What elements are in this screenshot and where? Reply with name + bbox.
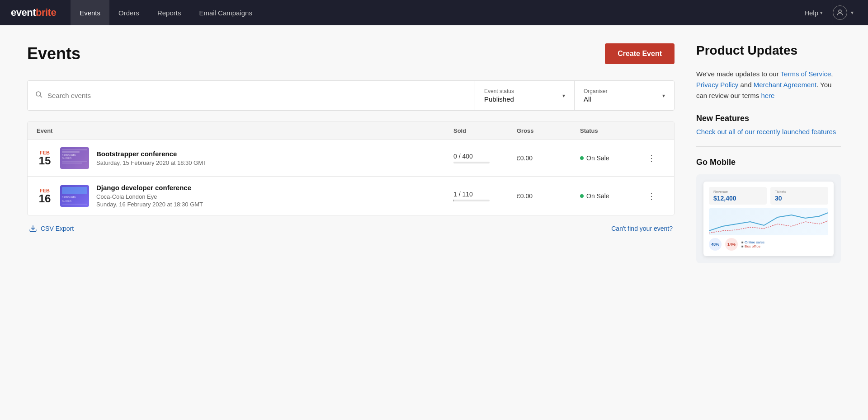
product-updates-title: Product Updates — [696, 43, 841, 58]
tos-link[interactable]: Terms of Service — [781, 70, 831, 78]
go-mobile-title: Go Mobile — [696, 158, 841, 167]
here-link[interactable]: here — [761, 92, 774, 99]
sold-count-1: 0 / 400 — [453, 153, 517, 160]
svg-line-2 — [40, 96, 42, 98]
event-datetime-1: Saturday, 15 February 2020 at 18:30 GMT — [96, 159, 453, 166]
row-menu-button-2[interactable]: ⋮ — [643, 189, 660, 203]
navbar: eventbrite Events Orders Reports Email C… — [0, 0, 868, 25]
row-menu-button-1[interactable]: ⋮ — [643, 151, 660, 165]
sold-cell-1: 0 / 400 — [453, 153, 517, 163]
status-cell-2: On Sale — [580, 192, 643, 200]
user-menu[interactable]: ▾ — [832, 0, 857, 25]
nav-right: Help ▾ ▾ — [795, 0, 857, 25]
help-menu[interactable]: Help ▾ — [795, 0, 832, 25]
sold-bar-wrap-2 — [453, 200, 517, 201]
sold-bar-bg-2 — [453, 200, 490, 201]
col-sold: Sold — [453, 127, 517, 134]
status-dot-1 — [580, 156, 584, 160]
search-icon — [35, 90, 43, 101]
event-thumbnail-1: clicks into SLIDES — [60, 147, 89, 169]
dashboard-preview: Revenue $12,400 Tickets 30 48% — [703, 182, 834, 256]
svg-point-0 — [839, 10, 841, 13]
event-status-filter[interactable]: Event status Published ▾ — [475, 81, 575, 110]
nav-email-campaigns[interactable]: Email Campaigns — [190, 0, 261, 25]
event-name-1: Bootstrapper conference — [96, 150, 453, 158]
left-panel: Events Create Event Event status Publish… — [27, 43, 675, 263]
gross-cell-1: £0.00 — [517, 154, 580, 162]
new-features-title: New Features — [696, 114, 841, 123]
product-updates-text: We've made updates to our Terms of Servi… — [696, 69, 841, 101]
event-cell-2: FEB 16 clicks into SLIDES Django develop… — [37, 184, 453, 208]
cant-find-link[interactable]: Can't find your event? — [611, 225, 673, 232]
row-menu-1: ⋮ — [643, 151, 665, 165]
table-row: FEB 15 clicks into SLIDES — [28, 140, 674, 177]
divider — [696, 146, 841, 147]
donut-2: 14% — [725, 238, 738, 251]
table-header: Event Sold Gross Status — [28, 122, 674, 140]
event-cell-1: FEB 15 clicks into SLIDES — [37, 147, 453, 169]
search-input[interactable] — [47, 92, 467, 99]
organiser-value: All — [584, 95, 608, 103]
table-footer: CSV Export Can't find your event? — [27, 215, 675, 233]
row-menu-2: ⋮ — [643, 189, 665, 203]
brand-logo[interactable]: eventbrite — [11, 7, 56, 19]
event-thumbnail-2: clicks into SLIDES — [60, 185, 89, 207]
nav-reports[interactable]: Reports — [148, 0, 190, 25]
event-info-1: Bootstrapper conference Saturday, 15 Feb… — [96, 150, 453, 166]
event-name-2: Django developer conference — [96, 184, 453, 191]
privacy-link[interactable]: Privacy Policy — [696, 81, 738, 89]
sold-count-2: 1 / 110 — [453, 191, 517, 198]
table-row: FEB 16 clicks into SLIDES Django develop… — [28, 177, 674, 215]
event-date-badge-1: FEB 15 — [37, 150, 53, 166]
user-chevron-icon: ▾ — [847, 9, 857, 16]
sold-bar-wrap-1 — [453, 162, 517, 163]
dashboard-chart — [709, 208, 828, 235]
download-icon — [29, 224, 37, 233]
col-actions — [643, 127, 665, 134]
csv-export-label: CSV Export — [41, 225, 74, 232]
nav-links: Events Orders Reports Email Campaigns — [71, 0, 795, 25]
status-cell-1: On Sale — [580, 154, 643, 162]
page-header: Events Create Event — [27, 43, 675, 64]
status-dot-2 — [580, 194, 584, 198]
merchant-link[interactable]: Merchant Agreement — [754, 81, 816, 89]
help-chevron-icon: ▾ — [820, 10, 823, 16]
nav-orders[interactable]: Orders — [109, 0, 148, 25]
event-status-label: Event status — [484, 88, 514, 94]
dashboard-val-1: $12,400 — [713, 195, 762, 202]
event-info-2: Django developer conference Coca-Cola Lo… — [96, 184, 453, 208]
sold-bar-bg-1 — [453, 162, 490, 163]
right-panel: Product Updates We've made updates to ou… — [696, 43, 841, 263]
status-label-1: On Sale — [586, 154, 609, 162]
brand-name: eventbrite — [11, 7, 56, 18]
event-day-1: 15 — [39, 155, 51, 166]
page-title: Events — [27, 44, 80, 63]
new-features-link[interactable]: Check out all of our recently launched f… — [696, 128, 841, 135]
search-field[interactable] — [28, 81, 475, 110]
csv-export-link[interactable]: CSV Export — [29, 224, 74, 233]
sold-bar-fill-2 — [453, 200, 454, 201]
event-day-2: 16 — [39, 193, 51, 204]
organiser-label: Organiser — [584, 88, 608, 94]
user-avatar-icon — [833, 5, 847, 20]
col-status: Status — [580, 127, 643, 134]
col-gross: Gross — [517, 127, 580, 134]
go-mobile-preview: Revenue $12,400 Tickets 30 48% — [696, 174, 841, 263]
status-label-2: On Sale — [586, 192, 609, 200]
event-datetime-2: Sunday, 16 February 2020 at 18:30 GMT — [96, 201, 453, 208]
event-venue-2: Coca-Cola London Eye — [96, 193, 453, 200]
event-status-chevron-icon: ▾ — [562, 93, 565, 99]
organiser-chevron-icon: ▾ — [662, 93, 665, 99]
svg-point-1 — [36, 92, 41, 96]
event-date-badge-2: FEB 16 — [37, 188, 53, 204]
main-content: Events Create Event Event status Publish… — [0, 25, 868, 281]
organiser-filter[interactable]: Organiser All ▾ — [575, 81, 674, 110]
sold-cell-2: 1 / 110 — [453, 191, 517, 201]
help-label: Help — [804, 9, 818, 17]
event-status-value: Published — [484, 95, 514, 103]
filters-bar: Event status Published ▾ Organiser All ▾ — [27, 80, 675, 111]
dashboard-card-1: Revenue $12,400 — [709, 187, 767, 205]
nav-events[interactable]: Events — [71, 0, 109, 25]
events-table: Event Sold Gross Status FEB 15 — [27, 121, 675, 215]
create-event-button[interactable]: Create Event — [605, 43, 675, 64]
